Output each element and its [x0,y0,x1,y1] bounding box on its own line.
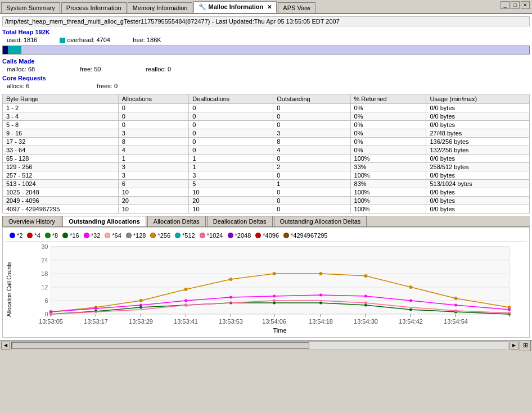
svg-text:18: 18 [41,270,48,277]
svg-point-22 [454,297,458,300]
tab-deallocation-deltas[interactable]: Deallocation Deltas [207,216,273,226]
svg-point-34 [508,308,511,311]
svg-point-15 [139,299,143,302]
legend-label: *2048 [235,232,251,239]
legend-item: *4 [27,232,40,239]
svg-text:13:54:18: 13:54:18 [309,318,333,325]
svg-point-31 [364,295,367,298]
free-count: free: 50 [80,66,101,72]
svg-point-51 [508,312,511,315]
col-percent-returned: % Returned [350,94,426,104]
tab-allocation-deltas[interactable]: Allocation Deltas [147,216,206,226]
table-row: 4097 - 429496729510100100%0/0 bytes [3,205,530,214]
legend-label: *2 [17,232,22,239]
svg-text:13:53:05: 13:53:05 [39,318,63,325]
allocs-count: allocs: 6 [7,83,29,89]
heap-overhead: overhead: 4704 [60,37,110,43]
tab-memory-info[interactable]: Memory Information [128,2,193,13]
tab-outstanding-allocations[interactable]: Outstanding Allocations [62,216,146,226]
heap-title: Total Heap 192K [2,29,530,35]
legend-label: *4 [34,232,40,239]
legend-item: *32 [84,232,101,239]
legend-item: *256 [150,232,170,239]
legend-dot [150,233,156,238]
svg-text:12: 12 [41,284,48,291]
legend-label: *64 [112,232,121,239]
legend-dot [27,233,33,238]
svg-point-43 [409,308,412,311]
chart-legend: *2*4*8*16*32*64*128*256*512*1024*2048*40… [5,230,527,242]
svg-text:30: 30 [41,244,48,250]
close-icon[interactable]: ✕ [267,4,272,10]
legend-label: *256 [157,232,170,239]
allocation-table: Byte Range Allocations Deallocations Out… [2,94,530,214]
table-row: 33 - 644040%132/256 bytes [3,146,530,155]
legend-item: *2 [10,232,22,239]
scroll-left-button[interactable]: ◀ [1,342,10,350]
minimize-button[interactable]: _ [501,1,510,9]
tab-malloc-info[interactable]: 🔧 Malloc Information ✕ [193,1,277,13]
legend-dot [84,233,89,238]
legend-item: *512 [175,232,195,239]
table-row: 1025 - 204810100100%0/0 bytes [3,188,530,197]
legend-label: *128 [133,232,146,239]
legend-dot [175,233,181,238]
legend-label: *512 [182,232,195,239]
legend-item: *4096 [255,232,279,239]
maximize-button[interactable]: □ [511,1,520,9]
tab-process-info[interactable]: Process Information [61,2,127,13]
svg-point-32 [409,299,412,302]
main-content: /tmp/test_heap_mem_thread_multi_alloc_gT… [0,14,532,340]
col-byte-range: Byte Range [3,94,119,104]
tab-aps-view[interactable]: APS View [278,2,315,13]
calls-row: malloc: 68 free: 50 realloc: 0 [7,66,530,72]
table-row: 3 - 40000%0/0 bytes [3,112,530,121]
svg-point-37 [139,306,142,309]
heap-bar-used [3,46,8,54]
svg-point-29 [273,295,276,298]
corner-button[interactable]: ⊞ [520,340,531,351]
legend-item: *128 [126,232,146,239]
scroll-right-button[interactable]: ▶ [510,342,519,350]
svg-text:24: 24 [41,257,48,264]
svg-point-16 [184,288,188,291]
scroll-track[interactable] [11,342,508,350]
core-section: Core Requests allocs: 6 frees: 0 [2,75,530,89]
core-title: Core Requests [2,75,530,81]
tab-bar: System Summary Process Information Memor… [0,0,532,14]
legend-dot [105,233,110,238]
legend-label: *4096 [263,232,279,239]
svg-text:13:54:54: 13:54:54 [444,318,468,325]
close-button[interactable]: ✕ [521,1,530,9]
col-allocations: Allocations [118,94,189,104]
scroll-thumb[interactable] [12,342,309,349]
table-row: 65 - 128110100%0/0 bytes [3,155,530,163]
legend-item: *2048 [228,232,251,239]
legend-dot [200,233,205,238]
tab-system-summary[interactable]: System Summary [1,2,60,13]
chart-area: *2*4*8*16*32*64*128*256*512*1024*2048*40… [2,227,530,338]
svg-text:13:53:41: 13:53:41 [174,318,198,325]
heap-used: used: 1816 [7,37,37,43]
legend-label: *16 [70,232,79,239]
frees-count: frees: 0 [97,83,118,89]
svg-text:0: 0 [44,311,48,317]
svg-point-33 [454,304,457,307]
svg-point-17 [229,278,233,281]
heap-free: free: 186K [133,37,161,43]
legend-item: *64 [105,232,121,239]
heap-bar [2,46,530,55]
svg-point-21 [409,285,413,289]
svg-text:13:53:53: 13:53:53 [219,318,243,325]
svg-text:13:54:06: 13:54:06 [262,318,286,325]
calls-section: Calls Made malloc: 68 free: 50 realloc: … [2,58,530,72]
legend-dot [126,233,132,238]
tab-overview-history[interactable]: Overview History [2,216,61,226]
chart-wrapper: Allocation Call Counts 30 24 18 1 [5,244,527,335]
tab-outstanding-allocation-deltas[interactable]: Outstanding Allocation Deltas [274,216,367,226]
svg-text:Time: Time [273,327,286,334]
realloc-count: realloc: 0 [146,66,171,72]
table-row: 257 - 512330100%0/0 bytes [3,171,530,180]
col-deallocations: Deallocations [189,94,273,104]
malloc-count: malloc: 68 [7,66,35,72]
